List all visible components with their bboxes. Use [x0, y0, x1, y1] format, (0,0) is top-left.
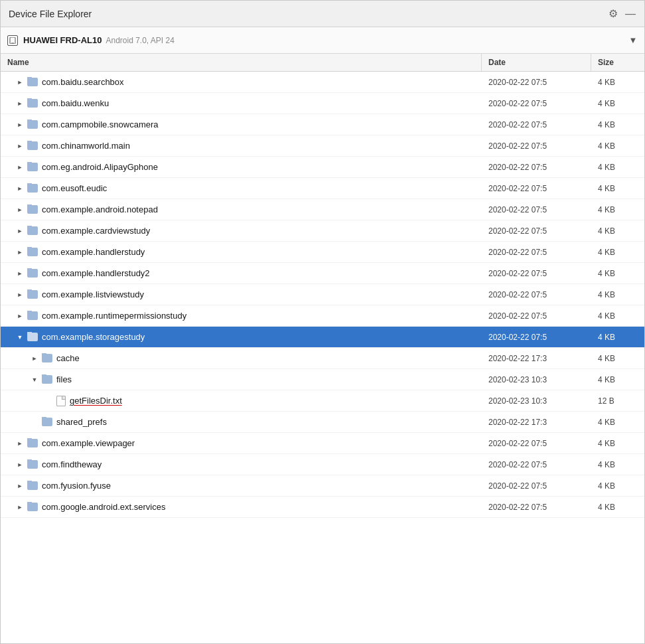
size-cell: 4 KB: [591, 205, 644, 214]
table-row[interactable]: ►shared_prefs2020-02-22 17:34 KB: [1, 412, 644, 433]
name-cell: ►com.eg.android.AlipayGphone: [1, 162, 482, 172]
table-row[interactable]: ►getFilesDir.txt2020-02-23 10:312 B: [1, 390, 644, 412]
table-row[interactable]: ►com.example.runtimepermissionstudy2020-…: [1, 305, 644, 327]
expander-closed-icon[interactable]: ►: [30, 354, 39, 363]
expander-closed-icon[interactable]: ►: [15, 248, 25, 257]
expander-closed-icon[interactable]: ►: [15, 141, 25, 151]
date-cell: 2020-02-22 07:5: [482, 163, 591, 172]
table-row[interactable]: ►com.google.android.ext.services2020-02-…: [1, 497, 644, 518]
expander-closed-icon[interactable]: ►: [15, 184, 25, 193]
column-size: Size: [591, 54, 644, 71]
name-cell: ►com.findtheway: [1, 459, 482, 469]
size-cell: 12 B: [591, 396, 644, 406]
folder-icon: [42, 375, 52, 384]
expander-closed-icon[interactable]: ►: [15, 99, 25, 108]
table-row[interactable]: ►com.example.listviewstudy2020-02-22 07:…: [1, 284, 644, 305]
table-row[interactable]: ►com.findtheway2020-02-22 07:54 KB: [1, 454, 644, 475]
device-info: Android 7.0, API 24: [106, 36, 174, 45]
date-cell: 2020-02-23 10:3: [482, 375, 591, 384]
expander-open-icon[interactable]: ▼: [15, 333, 25, 342]
folder-icon: [27, 141, 38, 150]
table-row[interactable]: ►com.eusoft.eudic2020-02-22 07:54 KB: [1, 178, 644, 199]
name-cell: ►cache: [1, 353, 482, 363]
folder-icon: [27, 333, 38, 341]
column-name: Name: [1, 54, 482, 71]
size-cell: 4 KB: [591, 481, 644, 491]
expander-closed-icon[interactable]: ►: [15, 226, 25, 236]
date-cell: 2020-02-22 07:5: [482, 205, 591, 214]
date-cell: 2020-02-22 07:5: [482, 311, 591, 321]
expander-closed-icon[interactable]: ►: [15, 163, 25, 172]
name-cell: ►getFilesDir.txt: [1, 396, 482, 406]
date-cell: 2020-02-22 07:5: [482, 290, 591, 299]
folder-icon: [27, 503, 38, 511]
date-cell: 2020-02-22 07:5: [482, 226, 591, 236]
item-label: shared_prefs: [56, 417, 107, 427]
table-row[interactable]: ►com.example.handlerstudy22020-02-22 07:…: [1, 263, 644, 284]
table-row[interactable]: ►com.campmobile.snowcamera2020-02-22 07:…: [1, 114, 644, 135]
expander-closed-icon[interactable]: ►: [15, 120, 25, 129]
size-cell: 4 KB: [591, 120, 644, 129]
table-row[interactable]: ►com.example.handlerstudy2020-02-22 07:5…: [1, 242, 644, 263]
folder-icon: [27, 248, 38, 256]
table-row[interactable]: ►com.baidu.wenku2020-02-22 07:54 KB: [1, 93, 644, 114]
date-cell: 2020-02-22 17:3: [482, 354, 591, 363]
table-row[interactable]: ►com.chinamworld.main2020-02-22 07:54 KB: [1, 135, 644, 157]
expander-closed-icon[interactable]: ►: [15, 481, 25, 491]
folder-icon: [42, 354, 52, 362]
size-cell: 4 KB: [591, 99, 644, 108]
date-cell: 2020-02-23 10:3: [482, 396, 591, 406]
folder-icon: [27, 481, 38, 490]
table-row[interactable]: ▼com.example.storagestudy2020-02-22 07:5…: [1, 327, 644, 348]
size-cell: 4 KB: [591, 141, 644, 151]
size-cell: 4 KB: [591, 439, 644, 448]
name-cell: ►shared_prefs: [1, 417, 482, 427]
folder-icon: [42, 418, 52, 426]
expander-closed-icon[interactable]: ►: [15, 503, 25, 512]
expander-closed-icon[interactable]: ►: [15, 311, 25, 321]
table-row[interactable]: ►com.fyusion.fyuse2020-02-22 07:54 KB: [1, 475, 644, 497]
date-cell: 2020-02-22 07:5: [482, 269, 591, 278]
item-label: com.baidu.searchbox: [42, 77, 124, 87]
item-label: com.example.storagestudy: [42, 332, 145, 342]
table-header: Name Date Size: [1, 54, 644, 72]
table-row[interactable]: ►cache2020-02-22 17:34 KB: [1, 348, 644, 369]
name-cell: ►com.example.runtimepermissionstudy: [1, 311, 482, 321]
item-label: com.findtheway: [42, 459, 102, 469]
size-cell: 4 KB: [591, 311, 644, 321]
table-row[interactable]: ►com.eg.android.AlipayGphone2020-02-22 0…: [1, 157, 644, 178]
date-cell: 2020-02-22 07:5: [482, 141, 591, 151]
table-row[interactable]: ►com.example.android.notepad2020-02-22 0…: [1, 199, 644, 220]
name-cell: ►com.example.android.notepad: [1, 204, 482, 214]
expander-closed-icon[interactable]: ►: [15, 269, 25, 278]
item-label: com.example.android.notepad: [42, 204, 158, 214]
name-cell: ▼files: [1, 374, 482, 384]
settings-icon[interactable]: ⚙: [607, 8, 619, 20]
table-row[interactable]: ►com.example.viewpager2020-02-22 07:54 K…: [1, 433, 644, 454]
expander-closed-icon[interactable]: ►: [15, 439, 25, 448]
table-row[interactable]: ►com.example.cardviewstudy2020-02-22 07:…: [1, 220, 644, 242]
size-cell: 4 KB: [591, 290, 644, 299]
item-label: com.chinamworld.main: [42, 141, 130, 151]
name-cell: ►com.baidu.wenku: [1, 98, 482, 108]
device-dropdown-icon[interactable]: ▼: [628, 36, 638, 45]
folder-icon: [27, 439, 38, 447]
table-row[interactable]: ►com.baidu.searchbox2020-02-22 07:54 KB: [1, 72, 644, 93]
device-bar[interactable]: HUAWEI FRD-AL10 Android 7.0, API 24 ▼: [1, 27, 644, 54]
date-cell: 2020-02-22 07:5: [482, 481, 591, 491]
expander-closed-icon[interactable]: ►: [15, 460, 25, 469]
minimize-icon[interactable]: —: [624, 8, 636, 20]
expander-closed-icon[interactable]: ►: [15, 205, 25, 214]
date-cell: 2020-02-22 07:5: [482, 333, 591, 342]
expander-closed-icon[interactable]: ►: [15, 78, 25, 87]
date-cell: 2020-02-22 07:5: [482, 439, 591, 448]
expander-closed-icon[interactable]: ►: [15, 290, 25, 299]
name-cell: ►com.example.cardviewstudy: [1, 226, 482, 236]
name-cell: ►com.example.handlerstudy2: [1, 268, 482, 278]
name-cell: ▼com.example.storagestudy: [1, 332, 482, 342]
table-row[interactable]: ▼files2020-02-23 10:34 KB: [1, 369, 644, 390]
expander-open-icon[interactable]: ▼: [30, 375, 39, 384]
column-date: Date: [482, 54, 591, 71]
date-cell: 2020-02-22 07:5: [482, 120, 591, 129]
item-label: cache: [56, 353, 80, 363]
